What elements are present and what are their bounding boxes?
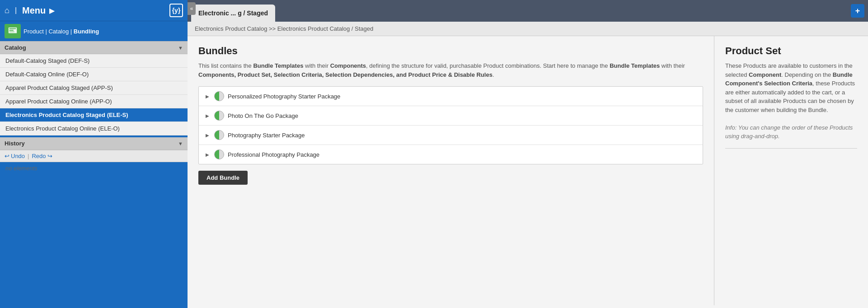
- bundles-panel: Bundles This list contains the Bundle Te…: [188, 36, 714, 305]
- nav-icon: [5, 24, 21, 38]
- bundle-item-personalized[interactable]: ▶ Personalized Photography Starter Packa…: [199, 87, 703, 106]
- product-set-title: Product Set: [725, 45, 857, 57]
- bundle-status-icon: [214, 130, 224, 140]
- bundle-item-professional[interactable]: ▶ Professional Photography Package: [199, 145, 703, 164]
- catalog-section: Catalog ▼ Default-Catalog Staged (DEF-S)…: [0, 41, 188, 135]
- undo-icon: ↩: [5, 153, 9, 159]
- undo-button[interactable]: ↩ Undo: [5, 153, 25, 159]
- tab-bar: Electronic ... g / Staged +: [188, 0, 868, 22]
- main-content: Electronic ... g / Staged + Electronics …: [188, 0, 868, 308]
- bundle-name: Photo On The Go Package: [228, 112, 298, 119]
- product-set-divider: [725, 148, 857, 149]
- bundle-item-photo-go[interactable]: ▶ Photo On The Go Package: [199, 106, 703, 126]
- catalog-item-def-o[interactable]: Default-Catalog Online (DEF-O): [0, 68, 188, 81]
- bundle-status-icon: [214, 91, 224, 101]
- bundle-status-icon: [214, 111, 224, 121]
- bundle-name: Personalized Photography Starter Package: [228, 93, 340, 100]
- bundle-expand-icon[interactable]: ▶: [204, 93, 211, 99]
- redo-icon: ↪: [47, 153, 52, 159]
- svg-rect-3: [9, 32, 14, 32]
- catalog-item-app-s[interactable]: Apparel Product Catalog Staged (APP-S): [0, 81, 188, 95]
- add-bundle-button[interactable]: Add Bundle: [198, 171, 248, 185]
- add-tab-button[interactable]: +: [851, 4, 864, 18]
- bundle-name: Professional Photography Package: [228, 151, 319, 158]
- product-set-description: These Products are available to customer…: [725, 61, 857, 141]
- bundles-title: Bundles: [198, 45, 703, 57]
- bundle-expand-icon[interactable]: ▶: [204, 112, 211, 119]
- svg-rect-1: [9, 28, 16, 29]
- header-separator: |: [15, 6, 17, 14]
- redo-button[interactable]: Redo ↪: [32, 153, 52, 159]
- catalog-item-app-o[interactable]: Apparel Product Catalog Online (APP-O): [0, 95, 188, 108]
- sidebar-header: ⌂ | Menu ▶ {y}: [0, 0, 188, 21]
- bundle-status-icon: [214, 149, 224, 159]
- svg-rect-2: [9, 30, 14, 31]
- bundle-name: Photography Starter Package: [228, 132, 305, 139]
- sidebar-collapse-button[interactable]: «: [188, 2, 196, 15]
- catalog-item-ele-o[interactable]: Electronics Product Catalog Online (ELE-…: [0, 122, 188, 135]
- undo-redo-separator: |: [28, 153, 29, 159]
- content-body: Bundles This list contains the Bundle Te…: [188, 36, 868, 305]
- undo-redo-bar: ↩ Undo | Redo ↪: [0, 150, 188, 162]
- bundle-item-photography[interactable]: ▶ Photography Starter Package: [199, 126, 703, 145]
- catalog-section-header: Catalog ▼: [0, 42, 188, 54]
- history-empty-label: no elements: [0, 162, 188, 174]
- content-area: Electronics Product Catalog >> Electroni…: [188, 22, 868, 308]
- history-section-header: History ▼: [0, 137, 188, 150]
- history-section: History ▼ ↩ Undo | Redo ↪ no elements: [0, 137, 188, 174]
- product-set-panel: Product Set These Products are available…: [714, 36, 868, 305]
- menu-arrow-icon[interactable]: ▶: [49, 6, 55, 15]
- home-icon[interactable]: ⌂: [5, 6, 9, 15]
- catalog-list: Default-Catalog Staged (DEF-S) Default-C…: [0, 54, 188, 135]
- catalog-collapse-icon[interactable]: ▼: [178, 45, 183, 51]
- bundles-description: This list contains the Bundle Templates …: [198, 61, 703, 79]
- catalog-item-ele-s[interactable]: Electronics Product Catalog Staged (ELE-…: [0, 108, 188, 122]
- bundle-expand-icon[interactable]: ▶: [204, 132, 211, 138]
- catalog-item-def-s[interactable]: Default-Catalog Staged (DEF-S): [0, 54, 188, 68]
- sidebar-breadcrumb: Product | Catalog | Bundling: [0, 21, 188, 41]
- sidebar: « ⌂ | Menu ▶ {y} Product | Catalog | Bun…: [0, 0, 188, 308]
- page-breadcrumb: Electronics Product Catalog >> Electroni…: [188, 22, 868, 36]
- bundles-list: ▶ Personalized Photography Starter Packa…: [198, 86, 703, 164]
- history-collapse-icon[interactable]: ▼: [178, 141, 183, 146]
- sidebar-nav-text: Product | Catalog | Bundling: [23, 28, 99, 35]
- active-tab[interactable]: Electronic ... g / Staged: [191, 5, 275, 22]
- bundle-expand-icon[interactable]: ▶: [204, 151, 211, 158]
- y-icon-button[interactable]: {y}: [169, 4, 183, 17]
- menu-label: Menu: [22, 5, 46, 16]
